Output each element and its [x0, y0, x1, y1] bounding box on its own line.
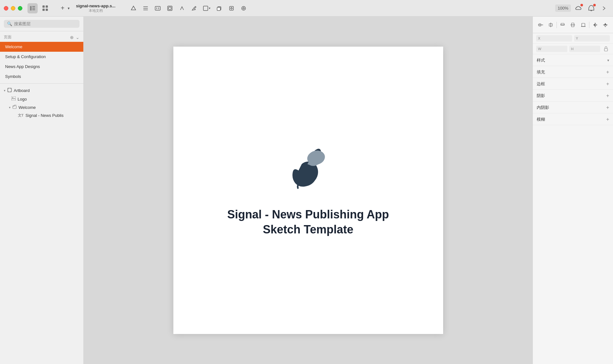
notification-badge — [580, 4, 583, 6]
grid-view-icon[interactable] — [40, 3, 50, 13]
section-border[interactable]: 边框 + — [533, 78, 613, 90]
section-plus-fill[interactable]: + — [606, 69, 609, 75]
section-label-inner-shadow: 内阴影 — [537, 105, 549, 110]
artboard-type-icon — [7, 88, 12, 93]
pages-label: 页面 — [4, 34, 11, 40]
layer-artboard-header[interactable]: ▾ Artboard — [0, 86, 83, 95]
traffic-light-green[interactable] — [18, 6, 22, 11]
copy-tool[interactable] — [214, 3, 224, 13]
section-plus-inner-shadow[interactable]: + — [606, 105, 609, 110]
toolbar-divider-2 — [589, 22, 589, 28]
right-panel: X Y W H 样式 ▾ — [533, 17, 613, 364]
h-field[interactable]: H — [569, 46, 601, 52]
svg-rect-6 — [42, 9, 45, 11]
w-field[interactable]: W — [536, 46, 567, 52]
svg-rect-20 — [230, 6, 233, 10]
align-bottom-icon[interactable] — [579, 20, 588, 29]
mask-tool[interactable] — [165, 3, 175, 13]
layer-signal-text[interactable]: 文T Signal - News Publis — [0, 111, 83, 119]
main-layout: 🔍 页面 ⊕ ⌄ Welcome Setup & Configuration N… — [0, 17, 613, 364]
titlebar-right: 100% — [555, 3, 609, 13]
flip-h-icon[interactable] — [591, 20, 600, 29]
section-fill[interactable]: 填充 + — [533, 66, 613, 78]
svg-rect-5 — [46, 5, 48, 8]
align-middle-v-icon[interactable] — [568, 20, 577, 29]
right-panel-toolbar — [533, 17, 613, 33]
titlebar: + ▾ signal-news-app.s... 本地文档 — [0, 0, 613, 17]
logo-layer-name: Logo — [18, 97, 27, 102]
section-label-blur: 模糊 — [537, 117, 545, 122]
artboard-content: Signal - News Publishing App Sketch Temp… — [227, 143, 389, 237]
x-field[interactable]: X — [536, 35, 572, 42]
section-plus-border[interactable]: + — [606, 81, 609, 87]
section-inner-shadow[interactable]: 内阴影 + — [533, 102, 613, 113]
traffic-light-yellow[interactable] — [11, 6, 15, 11]
page-item-symbols[interactable]: Symbols — [0, 72, 83, 81]
svg-rect-31 — [11, 96, 16, 101]
right-panel-sections: 样式 ▾ 填充 + 边框 + 阴影 + 内阴影 + 模糊 + — [533, 54, 613, 125]
canvas-area[interactable]: Signal - News Publishing App Sketch Temp… — [84, 17, 533, 364]
component-tool[interactable] — [238, 3, 249, 13]
export-tool[interactable] — [226, 3, 237, 13]
section-shadow[interactable]: 阴影 + — [533, 90, 613, 102]
resize-tool[interactable]: ▾ — [201, 3, 212, 13]
forward-icon[interactable] — [599, 3, 609, 13]
group-type-icon — [12, 105, 17, 110]
signal-text-layer-name: Signal - News Publis — [26, 113, 64, 118]
pages-header: 页面 ⊕ ⌄ — [0, 33, 83, 42]
add-chevron[interactable]: ▾ — [68, 6, 70, 11]
align-center-h-icon[interactable] — [546, 20, 555, 29]
pages-menu-button[interactable]: ⌄ — [76, 35, 79, 40]
align-left-icon[interactable] — [536, 20, 545, 29]
page-item-news[interactable]: News App Designs — [0, 62, 83, 72]
bell-icon[interactable] — [586, 3, 596, 13]
shape-tool[interactable] — [128, 3, 139, 13]
section-style[interactable]: 样式 ▾ — [533, 54, 613, 66]
section-plus-shadow[interactable]: + — [606, 93, 609, 99]
y-label: Y — [576, 36, 578, 40]
search-input-wrap[interactable]: 🔍 — [4, 20, 79, 28]
add-button[interactable]: + — [58, 4, 67, 13]
coordinates-row: X Y — [533, 33, 613, 44]
align-top-icon[interactable] — [558, 20, 567, 29]
svg-rect-33 — [13, 106, 16, 109]
add-page-button[interactable]: ⊕ — [70, 35, 74, 40]
traffic-lights — [4, 6, 22, 11]
arrange-tool[interactable] — [140, 3, 151, 13]
search-input[interactable] — [14, 21, 76, 26]
section-label-border: 边框 — [537, 81, 545, 87]
svg-marker-47 — [595, 24, 597, 26]
sidebar-search-section: 🔍 — [0, 17, 83, 31]
zoom-level[interactable]: 100% — [555, 4, 571, 12]
sidebar-toggle-icon[interactable] — [27, 3, 38, 13]
section-actions-blur: + — [606, 117, 609, 122]
section-actions-inner-shadow: + — [606, 105, 609, 110]
lock-proportions-icon[interactable] — [602, 45, 610, 53]
layer-logo[interactable]: Logo — [0, 95, 83, 103]
svg-rect-0 — [30, 6, 32, 11]
svg-point-32 — [12, 97, 13, 98]
filename: signal-news-app.s... — [76, 4, 116, 8]
svg-rect-7 — [46, 9, 48, 11]
section-chevron-style[interactable]: ▾ — [607, 58, 609, 63]
y-field[interactable]: Y — [574, 35, 610, 42]
section-plus-blur[interactable]: + — [606, 117, 609, 122]
flatten-tool[interactable] — [177, 3, 187, 13]
pages-actions: ⊕ ⌄ — [70, 35, 79, 40]
distribute-tool[interactable] — [153, 3, 163, 13]
section-actions-border: + — [606, 81, 609, 87]
svg-rect-3 — [32, 9, 35, 10]
page-item-setup[interactable]: Setup & Configuration — [0, 52, 83, 62]
cloud-icon[interactable] — [573, 3, 584, 13]
page-item-welcome[interactable]: Welcome — [0, 42, 83, 52]
pen-tool[interactable] — [189, 3, 199, 13]
toolbar-add[interactable]: + ▾ — [58, 4, 70, 13]
flip-v-icon[interactable] — [601, 20, 610, 29]
layer-welcome-group[interactable]: ▾ Welcome — [0, 103, 83, 111]
section-blur[interactable]: 模糊 + — [533, 113, 613, 125]
svg-rect-2 — [32, 8, 35, 9]
traffic-light-red[interactable] — [4, 6, 8, 11]
section-label-shadow: 阴影 — [537, 93, 545, 99]
svg-marker-8 — [131, 6, 136, 10]
svg-rect-4 — [42, 5, 45, 8]
